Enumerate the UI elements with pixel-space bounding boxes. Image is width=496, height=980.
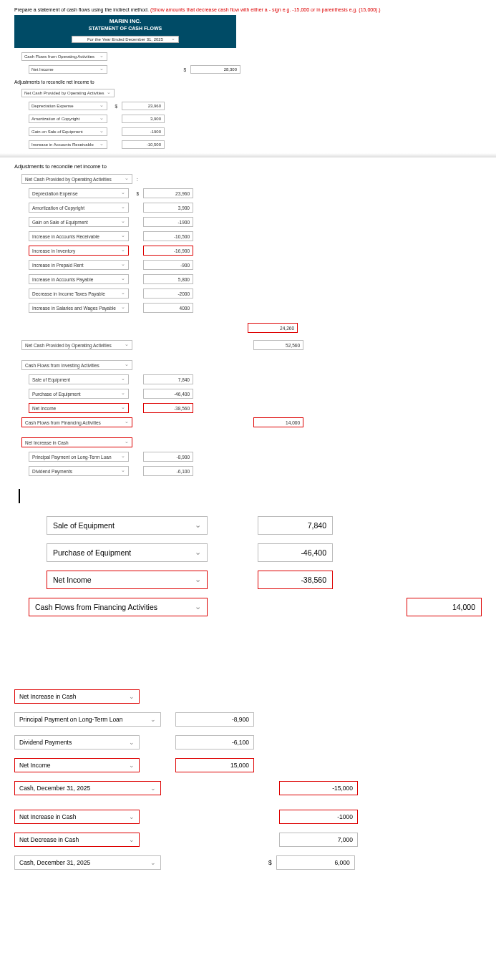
- dd-sale-eq[interactable]: Sale of Equipment: [29, 374, 129, 384]
- dollar-sign-final: $: [268, 859, 272, 866]
- dd-net-income[interactable]: Net Income: [29, 65, 107, 74]
- dd-princ[interactable]: Principal Payment on Long-Term Loan: [29, 452, 129, 462]
- val-ni-inv[interactable]: -38,560: [143, 403, 193, 413]
- val-ap[interactable]: 5,800: [143, 274, 193, 284]
- dd-ncpoa-total[interactable]: Net Cash Provided by Operating Activitie…: [21, 340, 132, 350]
- med-dd-netinc[interactable]: Net Increase in Cash: [14, 689, 140, 704]
- med-dd-netdec[interactable]: Net Decrease in Cash: [14, 833, 140, 847]
- dd-ar-1[interactable]: Increase in Accounts Receivable: [29, 140, 107, 149]
- dd-ap[interactable]: Increase in Accounts Payable: [29, 274, 129, 284]
- med-dd-cash1[interactable]: Cash, December 31, 2025: [14, 781, 161, 795]
- val-inctax[interactable]: -2000: [143, 288, 193, 299]
- dd-cash-flows-operating[interactable]: Cash Flows from Operating Activities: [21, 52, 107, 61]
- big-val-ni[interactable]: -38,560: [258, 571, 333, 589]
- val-wages[interactable]: 4000: [143, 303, 193, 313]
- dollar-sign-2: $: [112, 104, 117, 109]
- dd-ncpoa-1[interactable]: Net Cash Provided by Operating Activitie…: [21, 89, 115, 97]
- dd-amort-1[interactable]: Amortization of Copyright: [29, 115, 107, 123]
- dd-ni-inv[interactable]: Net Income: [29, 403, 129, 413]
- dd-dep-exp-1[interactable]: Depreciation Expense: [29, 102, 107, 110]
- val-ar-1[interactable]: -10,500: [122, 140, 165, 149]
- dd-amort-2[interactable]: Amortization of Copyright: [29, 203, 129, 213]
- med-val-cash1[interactable]: -15,000: [279, 781, 358, 795]
- val-amort-2[interactable]: 3,900: [143, 203, 193, 213]
- dd-gain-1[interactable]: Gain on Sale of Equipment: [29, 127, 107, 136]
- big-dd-ni[interactable]: Net Income: [47, 571, 208, 589]
- med-val-cash2[interactable]: 6,000: [276, 855, 355, 870]
- statement-title: STATEMENT OF CASH FLOWS: [14, 26, 236, 31]
- dd-purch-eq[interactable]: Purchase of Equipment: [29, 389, 129, 399]
- med-dd-ni2[interactable]: Net Income: [14, 758, 140, 772]
- text-cursor: [19, 489, 20, 503]
- dd-cff[interactable]: Cash Flows from Financing Activities: [21, 417, 132, 427]
- dd-dep-2[interactable]: Depreciation Expense: [29, 188, 129, 198]
- dd-inctax[interactable]: Decrease in Income Taxes Payable: [29, 288, 129, 299]
- val-div[interactable]: -6,100: [143, 466, 193, 476]
- val-sale-eq[interactable]: 7,840: [143, 374, 193, 384]
- instruction-text: Prepare a statement of cash flows using …: [14, 7, 482, 12]
- dd-ncpoa-2[interactable]: Net Cash Provided by Operating Activitie…: [21, 174, 132, 184]
- statement-date-select[interactable]: For the Year Ended December 31, 2025: [72, 36, 179, 43]
- med-val-ni2[interactable]: 15,000: [175, 758, 254, 772]
- med-dd-princ[interactable]: Principal Payment on Long-Term Loan: [14, 712, 161, 727]
- val-ar-2[interactable]: -10,500: [143, 231, 193, 241]
- val-princ[interactable]: -8,900: [143, 452, 193, 462]
- val-dep-2[interactable]: 23,960: [143, 188, 193, 198]
- val-subtotal-adj[interactable]: 24,260: [248, 323, 298, 333]
- big-val-sale-eq[interactable]: 7,840: [258, 516, 333, 535]
- val-net-income[interactable]: 28,300: [190, 65, 240, 74]
- val-inv[interactable]: -16,900: [143, 246, 193, 256]
- instruction-red: (Show amounts that decrease cash flow wi…: [150, 7, 381, 12]
- val-gain-1[interactable]: -1900: [122, 127, 165, 136]
- big-dd-purch-eq[interactable]: Purchase of Equipment: [47, 543, 208, 562]
- dd-gain-2[interactable]: Gain on Sale of Equipment: [29, 217, 129, 227]
- big-dd-sale-eq[interactable]: Sale of Equipment: [47, 516, 208, 535]
- val-amort-1[interactable]: 3,900: [122, 115, 165, 123]
- dd-ar-2[interactable]: Increase in Accounts Receivable: [29, 231, 129, 241]
- val-dep-1[interactable]: 23,960: [122, 102, 165, 110]
- dd-prepaid[interactable]: Increase in Prepaid Rent: [29, 260, 129, 270]
- dollar-sign: $: [180, 67, 186, 72]
- dd-wages[interactable]: Increase in Salaries and Wages Payable: [29, 303, 129, 313]
- val-cff[interactable]: 14,000: [253, 417, 303, 427]
- colon: :: [137, 177, 138, 182]
- val-gain-2[interactable]: -1900: [143, 217, 193, 227]
- med-val-netinc2[interactable]: -1000: [279, 810, 358, 824]
- med-val-div[interactable]: -6,100: [175, 735, 254, 749]
- val-prepaid[interactable]: -900: [143, 260, 193, 270]
- dd-netinc-cash[interactable]: Net Increase in Cash: [21, 437, 132, 447]
- dd-inv[interactable]: Increase in Inventory: [29, 246, 129, 256]
- adjustments-label-2: Adjustments to reconcile net income to: [14, 163, 482, 170]
- med-val-princ[interactable]: -8,900: [175, 712, 254, 727]
- med-val-netdec[interactable]: 7,000: [279, 833, 358, 847]
- section-divider-shadow: [0, 153, 496, 157]
- med-dd-cash2[interactable]: Cash, December 31, 2025: [14, 855, 161, 870]
- adjustments-label-1: Adjustments to reconcile net income to: [14, 79, 482, 84]
- company-name: MARIN INC.: [14, 18, 236, 24]
- big-val-cff[interactable]: 14,000: [407, 598, 482, 616]
- dollar-sign-3: $: [133, 191, 139, 196]
- med-dd-netinc2[interactable]: Net Increase in Cash: [14, 810, 140, 824]
- big-val-purch-eq[interactable]: -46,400: [258, 543, 333, 562]
- big-dd-cff[interactable]: Cash Flows from Financing Activities: [29, 598, 208, 616]
- med-dd-div[interactable]: Dividend Payments: [14, 735, 140, 749]
- dd-div[interactable]: Dividend Payments: [29, 466, 129, 476]
- val-purch-eq[interactable]: -46,400: [143, 389, 193, 399]
- statement-header: MARIN INC. STATEMENT OF CASH FLOWS For t…: [14, 15, 236, 48]
- instruction-plain: Prepare a statement of cash flows using …: [14, 7, 150, 12]
- dd-cfi[interactable]: Cash Flows from Investing Activities: [21, 360, 132, 370]
- val-ncpoa-total[interactable]: 52,560: [253, 340, 303, 350]
